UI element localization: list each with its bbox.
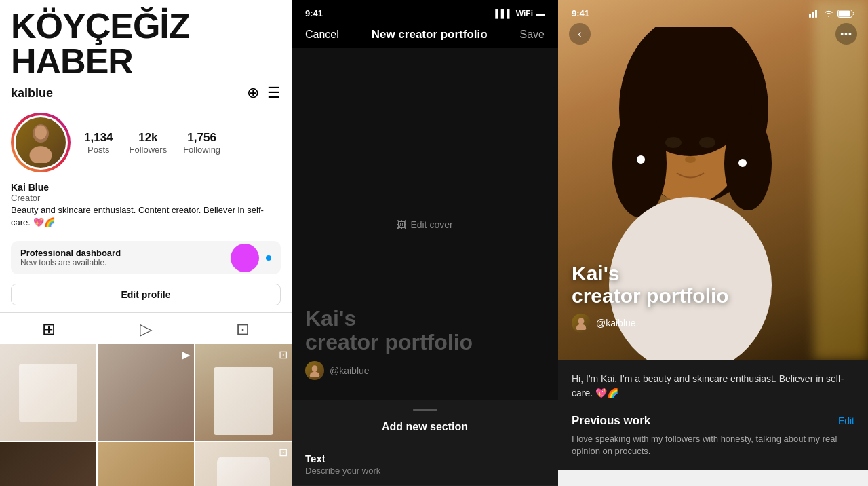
cancel-button[interactable]: Cancel xyxy=(305,29,339,41)
more-button[interactable]: ••• xyxy=(835,23,857,45)
svg-point-1 xyxy=(30,146,52,163)
svg-rect-19 xyxy=(812,12,814,18)
svg-point-17 xyxy=(738,159,747,167)
portfolio-user-row-right: @kaiblue xyxy=(572,314,729,333)
add-section-title: Add new section xyxy=(292,421,558,443)
edit-profile-button[interactable]: Edit profile xyxy=(11,284,281,305)
site-header-title: KÖYÇEĞİZ HABER xyxy=(0,0,292,81)
back-button[interactable]: ‹ xyxy=(569,23,591,45)
portfolio-user-row: @kaiblue xyxy=(305,361,545,380)
portfolio-big-title: Kai'screator portfolio xyxy=(305,307,545,354)
posts-stat: 1,134 Posts xyxy=(84,131,113,155)
photo-cell-1[interactable] xyxy=(0,344,96,441)
edit-cover-label: Edit cover xyxy=(410,219,452,230)
bottom-sheet: Add new section Text Describe your work xyxy=(292,400,558,486)
tab-grid-icon[interactable]: ⊞ xyxy=(42,320,56,339)
svg-point-3 xyxy=(35,126,47,140)
svg-rect-20 xyxy=(815,10,817,18)
time-right: 9:41 xyxy=(572,8,589,18)
svg-point-13 xyxy=(665,137,682,148)
avatar[interactable] xyxy=(11,113,71,172)
photo-grid: ▶ ⊡ ⊡ xyxy=(0,344,292,486)
section-header-right: Previous work Edit xyxy=(572,414,854,428)
top-bar: kaiblue ⊕ ☰ xyxy=(0,81,292,107)
phone-frame-right: 9:41 xyxy=(558,0,868,486)
middle-panel: 9:41 ▌▌▌ WiFi ▬ Cancel New creator portf… xyxy=(292,0,558,486)
status-icons-right xyxy=(809,10,854,18)
pro-sub: New tools are available. xyxy=(20,258,121,267)
svg-point-10 xyxy=(724,115,772,210)
svg-point-5 xyxy=(310,371,319,377)
bio-paragraph-right: Hi, I'm Kai. I'm a beauty and skincare e… xyxy=(572,372,854,400)
pro-dashboard-text: Professional dashboard New tools are ava… xyxy=(20,248,121,267)
text-item-sub: Describe your work xyxy=(305,466,545,476)
photo-cell-3[interactable]: ⊡ xyxy=(195,344,292,441)
photo-cell-5[interactable] xyxy=(98,442,194,486)
top-icons: ⊕ ☰ xyxy=(247,84,281,102)
bio-name: Kai Blue xyxy=(11,182,281,193)
add-post-icon[interactable]: ⊕ xyxy=(247,84,259,102)
signal-icon xyxy=(809,10,820,18)
time-mid: 9:41 xyxy=(305,8,323,18)
portfolio-title-area: Kai'screator portfolio @kaiblue xyxy=(305,307,545,387)
signal-icon: ▌▌▌ xyxy=(495,9,513,18)
battery-icon xyxy=(837,10,854,18)
wifi-icon: WiFi xyxy=(516,9,533,18)
svg-point-24 xyxy=(576,324,586,330)
bio-role: Creator xyxy=(11,193,281,203)
tab-tag-icon[interactable]: ⊡ xyxy=(236,320,250,339)
profile-tabs: ⊞ ▷ ⊡ xyxy=(0,312,292,344)
svg-point-23 xyxy=(578,318,585,324)
phone-frame-mid: 9:41 ▌▌▌ WiFi ▬ Cancel New creator portf… xyxy=(292,0,558,486)
pro-dashboard[interactable]: Professional dashboard New tools are ava… xyxy=(11,241,281,274)
page-title-mid: New creator portfolio xyxy=(372,28,488,41)
bio-text: Beauty and skincare enthusiast. Content … xyxy=(11,204,281,229)
text-item-label: Text xyxy=(305,453,545,464)
portfolio-handle-right: @kaiblue xyxy=(596,318,636,329)
svg-point-4 xyxy=(312,365,318,372)
svg-rect-22 xyxy=(839,10,850,16)
nav-bar-mid: Cancel New creator portfolio Save xyxy=(292,22,558,48)
photo-cell-4[interactable] xyxy=(0,442,96,486)
cover-area: 🖼 Edit cover Kai'screator portfolio @kai… xyxy=(292,48,558,400)
small-avatar xyxy=(305,361,324,380)
battery-icon: ▬ xyxy=(536,9,545,18)
sheet-drag-handle[interactable] xyxy=(413,409,437,411)
right-panel: 9:41 xyxy=(558,0,868,486)
photo-cell-2[interactable]: ▶ xyxy=(98,344,194,441)
section-body-right: I love speaking with my followers with h… xyxy=(572,433,854,457)
text-section-item[interactable]: Text Describe your work xyxy=(292,443,558,486)
small-avatar-right xyxy=(572,314,591,333)
edit-cover-button[interactable]: 🖼 Edit cover xyxy=(397,219,452,230)
bottom-content-right: Hi, I'm Kai. I'm a beauty and skincare e… xyxy=(558,360,868,470)
save-badge-icon: ⊡ xyxy=(279,348,288,361)
save-badge-icon2: ⊡ xyxy=(279,446,288,459)
followers-stat[interactable]: 12k Followers xyxy=(130,131,167,155)
save-button[interactable]: Save xyxy=(520,29,545,41)
photo-cell-6[interactable]: ⊡ xyxy=(195,442,292,486)
back-icon: ‹ xyxy=(578,28,581,40)
more-icon: ••• xyxy=(840,29,852,39)
image-icon: 🖼 xyxy=(397,219,406,230)
pro-pink-dot xyxy=(231,244,259,272)
wifi-icon xyxy=(823,10,834,18)
hero-image-area: 9:41 xyxy=(558,0,868,360)
left-panel: KÖYÇEĞİZ HABER kaiblue ⊕ ☰ 1 xyxy=(0,0,292,486)
video-badge-icon: ▶ xyxy=(182,348,190,361)
pro-blue-dot xyxy=(266,255,271,261)
profile-section: 1,134 Posts 12k Followers 1,756 Followin… xyxy=(0,107,292,181)
section-title-right: Previous work xyxy=(572,414,650,428)
status-bar-mid: 9:41 ▌▌▌ WiFi ▬ xyxy=(292,0,558,22)
svg-point-14 xyxy=(699,137,715,148)
tab-video-icon[interactable]: ▷ xyxy=(140,320,152,339)
blurred-side xyxy=(814,0,868,360)
bio-section: Kai Blue Creator Beauty and skincare ent… xyxy=(0,181,292,236)
following-stat[interactable]: 1,756 Following xyxy=(183,131,220,155)
hero-nav: ‹ ••• xyxy=(558,23,868,45)
status-icons-mid: ▌▌▌ WiFi ▬ xyxy=(495,9,545,18)
section-edit-button[interactable]: Edit xyxy=(838,415,854,426)
menu-icon[interactable]: ☰ xyxy=(267,84,281,102)
stats-row: 1,134 Posts 12k Followers 1,756 Followin… xyxy=(84,131,220,155)
status-bar-right: 9:41 xyxy=(558,0,868,18)
portfolio-handle: @kaiblue xyxy=(330,365,370,376)
